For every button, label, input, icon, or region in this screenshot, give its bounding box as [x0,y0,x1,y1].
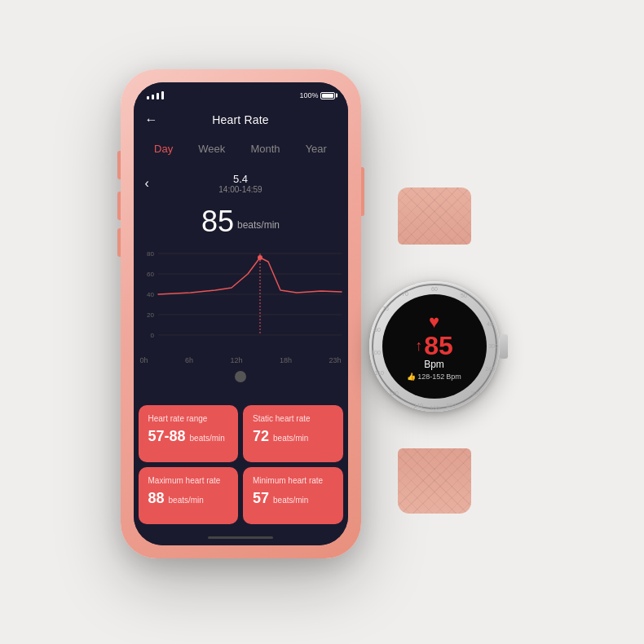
indicator-dot [235,371,246,382]
svg-point-11 [258,255,262,260]
tab-bar: Day Week Month Year [134,135,348,162]
svg-text:50: 50 [461,293,467,298]
stat-card-static-hr-title: Static heart rate [253,413,333,424]
svg-text:300: 300 [488,343,498,349]
stat-card-max-hr-value: 88 beats/min [148,491,229,505]
x-label-0h: 0h [140,356,148,364]
stat-card-hr-range-title: Heart rate range [148,413,229,424]
app-header: ← Heart Rate [134,105,348,135]
tab-week[interactable]: Week [192,139,232,158]
watch-band-bottom [398,448,471,514]
page-title: Heart Rate [212,113,269,126]
stats-grid: Heart rate range 57-88 beats/min Static … [134,400,348,529]
stat-card-max-hr-unit: beats/min [169,496,204,505]
svg-text:40: 40 [487,321,493,327]
watch-wrapper: 60 50 40 300 240 200 180 160 140 120 110… [345,232,524,461]
battery-icon [320,92,335,99]
battery-text: 100% [299,91,318,99]
watch-bpm-number: 85 [424,333,453,359]
svg-text:80: 80 [374,327,381,333]
svg-text:60: 60 [431,286,438,292]
heart-rate-chart: 80 60 40 20 0 [134,245,348,351]
svg-text:60: 60 [147,271,154,278]
stat-card-min-hr-title: Minimum heart rate [253,475,333,486]
tab-month[interactable]: Month [244,139,286,158]
date-value: 5.4 [233,173,248,185]
tab-year[interactable]: Year [299,139,333,158]
watch-bpm-unit: Bpm [424,359,444,370]
home-bar [208,536,273,539]
svg-text:0: 0 [150,332,154,339]
range-icon: 👍 [407,373,416,381]
time-range: 14:00-14:59 [218,185,262,194]
date-nav: ‹ 5.4 14:00-14:59 [134,162,348,205]
phone-outer: 100% ← Heart Rate Day Week Month [121,69,361,558]
svg-text:160: 160 [430,405,439,411]
heart-rate-value: 85 [201,207,234,236]
prev-date-button[interactable]: ‹ [145,176,149,191]
stat-card-hr-range-value: 57-88 beats/min [148,429,229,443]
svg-text:240: 240 [485,366,495,372]
stat-card-max-hr-title: Maximum heart rate [148,475,229,486]
stat-card-min-hr-value: 57 beats/min [253,491,333,505]
phone-wrapper: 100% ← Heart Rate Day Week Month [121,69,361,558]
svg-text:110: 110 [374,370,384,376]
stat-card-static-hr-unit: beats/min [273,434,308,443]
back-button[interactable]: ← [145,113,158,126]
svg-text:140: 140 [413,403,423,408]
svg-text:180: 180 [446,403,456,408]
x-label-23h: 23h [329,356,341,364]
watch-bpm-display: ↑ 85 [415,333,453,359]
stat-card-max-hr: Maximum heart rate 88 beats/min [139,467,239,524]
heart-rate-unit: beats/min [237,219,280,231]
watch-band-top [398,187,471,245]
watch-screen: ♥ ↑ 85 Bpm 👍 128-152 Bpm [382,294,487,399]
bpm-arrow: ↑ [415,338,422,353]
chart-x-labels: 0h 6h 12h 18h 23h [134,355,348,368]
stat-card-min-hr: Minimum heart rate 57 beats/min [243,467,343,524]
x-label-6h: 6h [185,356,193,364]
stat-card-hr-range: Heart rate range 57-88 beats/min [139,405,239,462]
stat-card-min-hr-unit: beats/min [273,496,308,505]
phone-screen: 100% ← Heart Rate Day Week Month [134,82,348,545]
stat-card-static-hr: Static heart rate 72 beats/min [243,405,343,462]
svg-text:80: 80 [147,250,154,258]
svg-text:120: 120 [389,390,399,396]
stat-card-static-hr-value: 72 beats/min [253,429,333,443]
x-label-12h: 12h [230,356,242,364]
battery-indicator: 100% [299,91,334,99]
heart-icon: ♥ [429,313,439,331]
svg-text:40: 40 [147,291,154,298]
svg-text:100: 100 [371,350,381,355]
tab-day[interactable]: Day [148,139,179,158]
svg-text:75: 75 [382,306,389,311]
chart-area: 80 60 40 20 0 [134,239,348,400]
svg-text:200: 200 [470,390,480,396]
svg-text:20: 20 [147,311,154,319]
watch-range-value: 128-152 [417,373,444,381]
battery-fill [322,94,333,98]
svg-text:70: 70 [402,291,408,297]
heart-rate-display: 85 beats/min [134,205,348,239]
watch-case: 60 50 40 300 240 200 180 160 140 120 110… [369,281,500,412]
home-indicator [134,529,348,545]
watch-range: 👍 128-152 Bpm [407,373,461,381]
phone-notch [200,82,281,102]
stat-card-hr-range-unit: beats/min [190,434,225,443]
scene: 100% ← Heart Rate Day Week Month [0,0,644,644]
x-label-18h: 18h [280,356,292,364]
signal-bars [147,91,164,99]
watch-range-unit: Bpm [446,373,461,381]
watch-crown [500,334,508,359]
scroll-indicator [134,368,348,387]
